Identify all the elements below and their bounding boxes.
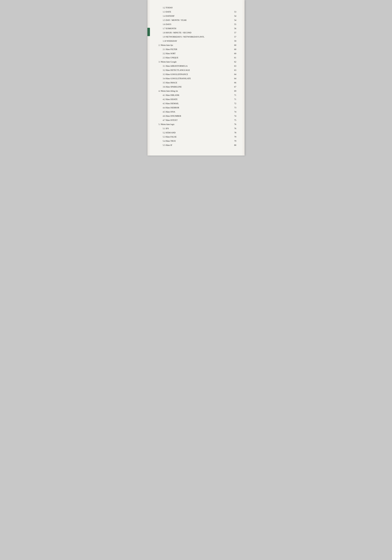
toc-item-label: 1.9 NETWORKDAYS / NETWORKDAYS.INTL xyxy=(158,35,230,39)
toc-item-label: 3.6 Hàm SPARKLINE xyxy=(158,85,230,89)
list-item: 3.5 Hàm IMAGE66 xyxy=(158,80,236,85)
toc-item-label: 3.2 Hàm DETECTLANGUAGE xyxy=(158,68,230,72)
toc-item-page: 72 xyxy=(230,101,236,106)
toc-item-label: 1.7 EOMONTH xyxy=(158,26,230,30)
toc-item-label: 1.3 DATE xyxy=(158,10,230,14)
toc-item-label: 1.10 WEEKDAY xyxy=(158,39,230,43)
toc-item-label: 5.4 Hàm TRUE xyxy=(158,139,230,143)
toc-item-label: 5.5 Hàm IF xyxy=(158,143,230,147)
list-item: 3. Nhóm hàm Google62 xyxy=(158,60,236,64)
toc-item-page: 63 xyxy=(230,64,236,68)
toc-item-page: 79 xyxy=(230,135,236,139)
toc-item-label: 4.7 Hàm ISTEXT xyxy=(158,118,230,122)
toc-item-page: 76 xyxy=(230,122,236,126)
book-page: 1.2 TODAY1.3 DATE531.4 DATEDIF541.5 DAY … xyxy=(147,0,245,156)
toc-item-label: 3.4 Hàm GOOGLETRANSLATE xyxy=(158,76,230,80)
toc-item-label: 4.1 Hàm ISBLANK xyxy=(158,93,230,97)
toc-item-label: 1.8 HOUR / MINUTE / SECOND xyxy=(158,30,230,35)
table-of-contents: 1.2 TODAY1.3 DATE531.4 DATEDIF541.5 DAY … xyxy=(158,6,236,147)
toc-item-page: 74 xyxy=(230,110,236,114)
list-item: 4.5 Hàm ISNA74 xyxy=(158,110,236,114)
list-item: 5.5 Hàm IF80 xyxy=(158,143,236,147)
toc-item-label: 4.4 Hàm ISERROR xyxy=(158,106,230,110)
list-item: 1.9 NETWORKDAYS / NETWORKDAYS.INTL57 xyxy=(158,35,236,39)
toc-item-label: 1.5 DAY / MONTH / YEAR xyxy=(158,18,230,22)
toc-item-page: 67 xyxy=(230,85,236,89)
list-item: 1.5 DAY / MONTH / YEAR54 xyxy=(158,18,236,22)
toc-item-page: 80 xyxy=(230,143,236,147)
list-item: 4.3 Hàm ISEMAIL72 xyxy=(158,101,236,106)
toc-item-label: 5. Nhóm hàm logic xyxy=(158,122,230,126)
list-item: 5.4 Hàm TRUE79 xyxy=(158,139,236,143)
toc-item-label: 5.3 Hàm FALSE xyxy=(158,135,230,139)
toc-item-page: 74 xyxy=(230,114,236,118)
toc-item-label: 4.6 Hàm ISNUMBER xyxy=(158,114,230,118)
green-bookmark xyxy=(147,28,150,36)
toc-item-page: 66 xyxy=(230,80,236,85)
toc-item-page: 54 xyxy=(230,14,236,18)
toc-item-page: 64 xyxy=(230,72,236,76)
toc-item-page: 63 xyxy=(230,68,236,72)
list-item: 5. Nhóm hàm logic76 xyxy=(158,122,236,126)
toc-item-label: 3.5 Hàm IMAGE xyxy=(158,80,230,85)
toc-item-page: 78 xyxy=(230,130,236,135)
toc-item-page: 69 xyxy=(230,89,236,93)
toc-item-page: 55 xyxy=(230,22,236,26)
toc-item-label: 4.2 Hàm ISDATE xyxy=(158,97,230,101)
toc-item-page: 71 xyxy=(230,93,236,97)
toc-item-label: 4.3 Hàm ISEMAIL xyxy=(158,101,230,106)
list-item: 3.6 Hàm SPARKLINE67 xyxy=(158,85,236,89)
toc-item-page: 54 xyxy=(230,18,236,22)
toc-item-label: 2.1 Hàm FILTER xyxy=(158,47,230,51)
toc-item-label: 5.2 HÀM AND xyxy=(158,130,230,135)
toc-item-page: 53 xyxy=(230,10,236,14)
toc-item-page: 64 xyxy=(230,76,236,80)
list-item: 1.6 DAYS55 xyxy=(158,22,236,26)
list-item: 3.4 Hàm GOOGLETRANSLATE64 xyxy=(158,76,236,80)
list-item: 4. Nhóm hàm thông tin69 xyxy=(158,89,236,93)
toc-item-label: 2.3 Hàm UNIQUE xyxy=(158,56,230,60)
toc-item-label: 1.6 DAYS xyxy=(158,22,230,26)
list-item: 4.6 Hàm ISNUMBER74 xyxy=(158,114,236,118)
toc-item-page xyxy=(230,6,236,10)
toc-item-label: 5.1 IFS xyxy=(158,126,230,130)
toc-item-label: 1.2 TODAY xyxy=(158,6,230,10)
toc-item-page: 56 xyxy=(230,26,236,30)
toc-item-page: 73 xyxy=(230,106,236,110)
toc-item-label: 3. Nhóm hàm Google xyxy=(158,60,230,64)
list-item: 5.1 IFS76 xyxy=(158,126,236,130)
list-item: 2. Nhóm hàm lọc60 xyxy=(158,43,236,47)
toc-item-page: 57 xyxy=(230,30,236,35)
toc-item-page: 79 xyxy=(230,139,236,143)
toc-item-page: 71 xyxy=(230,97,236,101)
list-item: 1.4 DATEDIF54 xyxy=(158,14,236,18)
list-item: 1.7 EOMONTH56 xyxy=(158,26,236,30)
toc-item-page: 60 xyxy=(230,51,236,56)
toc-item-page: 60 xyxy=(230,43,236,47)
toc-item-label: 4.5 Hàm ISNA xyxy=(158,110,230,114)
list-item: 2.1 Hàm FILTER60 xyxy=(158,47,236,51)
list-item: 3.2 Hàm DETECTLANGUAGE63 xyxy=(158,68,236,72)
toc-item-page: 62 xyxy=(230,60,236,64)
list-item: 5.2 HÀM AND78 xyxy=(158,130,236,135)
list-item: 5.3 Hàm FALSE79 xyxy=(158,135,236,139)
list-item: 4.4 Hàm ISERROR73 xyxy=(158,106,236,110)
toc-item-page: 60 xyxy=(230,47,236,51)
list-item: 4.2 Hàm ISDATE71 xyxy=(158,97,236,101)
list-item: 3.1 Hàm ARRAYFORMULA63 xyxy=(158,64,236,68)
toc-item-label: 2.2 Hàm SORT xyxy=(158,51,230,56)
toc-item-label: 3.1 Hàm ARRAYFORMULA xyxy=(158,64,230,68)
toc-item-page: 57 xyxy=(230,35,236,39)
list-item: 4.7 Hàm ISTEXT75 xyxy=(158,118,236,122)
list-item: 1.3 DATE53 xyxy=(158,10,236,14)
toc-item-page: 76 xyxy=(230,126,236,130)
list-item: 2.3 Hàm UNIQUE61 xyxy=(158,56,236,60)
list-item: 1.10 WEEKDAY59 xyxy=(158,39,236,43)
toc-item-label: 3.3 Hàm GOOGLEFINANCE xyxy=(158,72,230,76)
list-item: 2.2 Hàm SORT60 xyxy=(158,51,236,56)
toc-item-label: 2. Nhóm hàm lọc xyxy=(158,43,230,47)
list-item: 1.2 TODAY xyxy=(158,6,236,10)
toc-item-label: 4. Nhóm hàm thông tin xyxy=(158,89,230,93)
list-item: 1.8 HOUR / MINUTE / SECOND57 xyxy=(158,30,236,35)
toc-item-label: 1.4 DATEDIF xyxy=(158,14,230,18)
